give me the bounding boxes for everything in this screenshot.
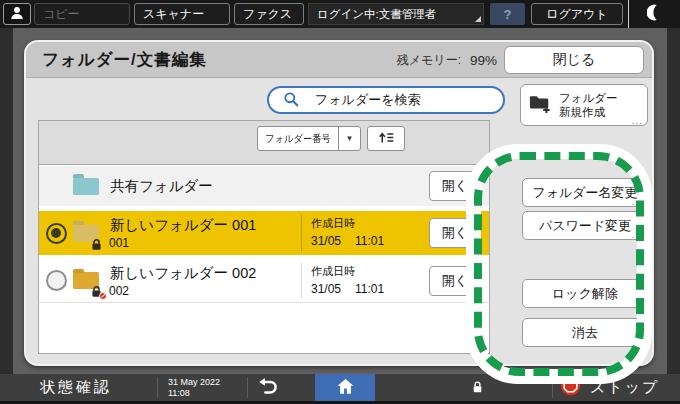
creation-date: 作成日時 31/05 11:01: [311, 216, 384, 248]
denied-badge-icon: [99, 292, 107, 300]
shared-folder-icon: [73, 178, 99, 195]
search-label: フォルダーを検索: [315, 91, 421, 109]
time-text: 11:08: [168, 388, 220, 399]
sort-field-value: フォルダー番号: [261, 132, 335, 146]
tab-fax[interactable]: ファクス: [234, 3, 304, 25]
open-folder-002-button[interactable]: 開く ..: [429, 266, 481, 296]
device-screen: コピー スキャナー ファクス ログイン中:文書管理者 ? ログアウト フォルダー…: [0, 0, 680, 404]
creation-date: 作成日時 31/05 11:01: [311, 264, 384, 296]
close-button[interactable]: 閉じる: [504, 46, 644, 74]
user-button[interactable]: [3, 3, 31, 25]
back-button[interactable]: [250, 376, 284, 399]
stop-icon: [560, 375, 581, 400]
chevron-down-icon: ▼: [338, 127, 360, 150]
search-icon: [283, 91, 299, 110]
sort-ascending-icon: [378, 130, 395, 148]
more-indicator: ..: [470, 287, 477, 295]
open-folder-001-button[interactable]: 開く ..: [429, 218, 481, 248]
folder-row-001[interactable]: 新しいフォルダー 001 001 作成日時 31/05: [39, 211, 489, 255]
datetime-display: 31 May 2022 11:08: [168, 377, 220, 400]
left-bezel: [0, 28, 13, 374]
folder-number: 001: [109, 236, 129, 250]
new-folder-button[interactable]: フォルダー 新規作成 ...: [520, 84, 648, 126]
radio-unselected[interactable]: [46, 270, 67, 291]
memory-status: 残メモリー: 99%: [397, 42, 497, 78]
date-label: 作成日時: [311, 217, 355, 229]
home-button[interactable]: [315, 374, 375, 401]
date-value: 31/05: [311, 282, 341, 296]
sort-order-button[interactable]: [367, 126, 405, 151]
folder-list: フォルダー番号 ▼ 共有フォルダー: [38, 120, 490, 354]
time-value: 11:01: [355, 282, 384, 296]
more-indicator: ...: [632, 117, 643, 125]
more-indicator: ...: [632, 231, 643, 239]
list-header: フォルダー番号 ▼: [39, 121, 489, 165]
logout-button[interactable]: ログアウト: [531, 3, 623, 25]
folder-name: 共有フォルダー: [110, 178, 213, 194]
stop-label: ストップ: [590, 378, 659, 397]
folder-row-002[interactable]: 新しいフォルダー 002 002 作成日時 31: [39, 259, 489, 303]
security-lock-icon: [472, 380, 483, 398]
login-status[interactable]: ログイン中:文書管理者: [308, 3, 484, 25]
lock-denied-icon: [90, 284, 103, 297]
rename-folder-button[interactable]: フォルダー名変更 ...: [522, 178, 648, 207]
divider: [247, 377, 248, 398]
lock-icon: [90, 237, 103, 250]
folder-number: 002: [109, 284, 129, 298]
user-icon: [9, 5, 25, 24]
folder-edit-panel: フォルダー/文書編集 残メモリー: 99% 閉じる フォルダーを検索 フォルダ: [24, 40, 654, 366]
sort-field-select[interactable]: フォルダー番号 ▼: [257, 126, 361, 151]
delete-button[interactable]: 消去: [522, 318, 648, 347]
date-label: 作成日時: [311, 265, 355, 277]
top-bar: コピー スキャナー ファクス ログイン中:文書管理者 ? ログアウト: [0, 0, 680, 28]
new-folder-label: フォルダー 新規作成: [559, 91, 618, 120]
help-button[interactable]: ?: [490, 3, 525, 25]
open-shared-folder-button[interactable]: 開く ..: [429, 171, 481, 201]
back-arrow-icon: [255, 377, 279, 398]
divider: [301, 263, 302, 298]
tab-scanner[interactable]: スキャナー: [134, 3, 230, 25]
date-value: 31/05: [311, 234, 341, 248]
bottom-bar: 状態確認 31 May 2022 11:08 ストップ: [0, 374, 680, 401]
login-status-text: ログイン中:文書管理者: [317, 7, 436, 22]
status-check-button[interactable]: 状態確認: [40, 374, 112, 401]
memory-label: 残メモリー:: [397, 52, 461, 69]
folder-name: 新しいフォルダー 002: [110, 265, 256, 281]
more-indicator: ..: [470, 239, 477, 247]
more-indicator: ..: [470, 192, 477, 200]
divider: [157, 377, 158, 398]
folder-add-icon: [529, 94, 551, 116]
divider: [301, 215, 302, 251]
fold-corner-icon: [475, 16, 481, 22]
radio-selected[interactable]: [46, 223, 67, 244]
date-text: 31 May 2022: [168, 377, 220, 388]
search-folders-button[interactable]: フォルダーを検索: [267, 86, 505, 114]
unlock-button[interactable]: ロック解除: [522, 279, 648, 308]
folder-name: 新しいフォルダー 001: [110, 217, 256, 233]
divider: [552, 377, 553, 398]
change-password-button[interactable]: パスワード変更 ...: [522, 211, 648, 240]
main-area: フォルダー/文書編集 残メモリー: 99% 閉じる フォルダーを検索 フォルダ: [0, 28, 680, 374]
more-indicator: ...: [632, 198, 643, 206]
time-value: 11:01: [355, 234, 384, 248]
crescent-moon-icon: [647, 3, 662, 26]
page-title: フォルダー/文書編集: [42, 49, 207, 71]
energy-saver-button[interactable]: [628, 0, 680, 28]
tab-copy[interactable]: コピー: [34, 3, 130, 25]
home-icon: [336, 377, 355, 399]
memory-value: 99%: [470, 53, 497, 68]
stop-button[interactable]: ストップ: [560, 374, 659, 401]
right-bezel: [667, 28, 680, 374]
folder-row-shared[interactable]: 共有フォルダー 開く ..: [39, 166, 489, 206]
panel-header: フォルダー/文書編集 残メモリー: 99% 閉じる: [26, 42, 652, 78]
